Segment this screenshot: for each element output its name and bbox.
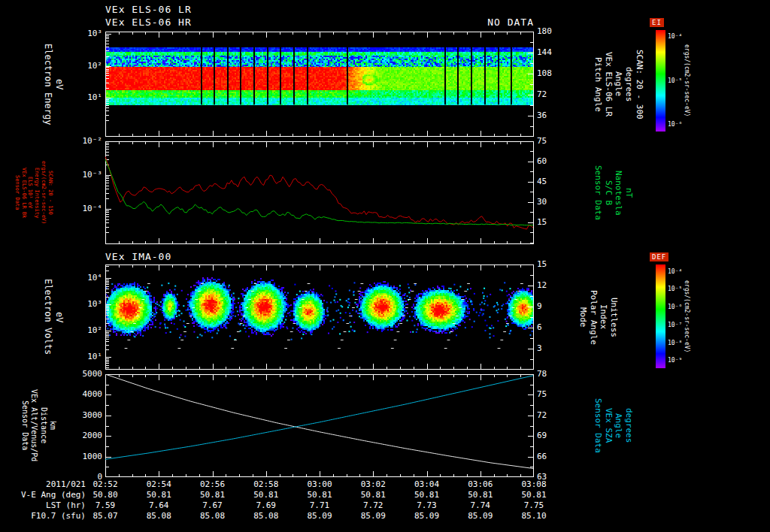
altitude-sza-panel: [105, 374, 534, 477]
colorbar-def-tick-label: 10⁻⁶: [668, 304, 682, 310]
p4-y-axis-label-line: Distance: [38, 374, 48, 477]
time-tick-label: 02:56: [194, 479, 232, 489]
p4-left-tick-label: 4000: [65, 390, 102, 399]
table-cell: 7.73: [408, 500, 446, 510]
p2-left-tick-label: 10⁻⁴: [65, 204, 102, 213]
table-cell: 85.09: [354, 511, 392, 521]
p3-right-axis-label-line: Index: [599, 264, 609, 370]
p3-left-tick-label: 10⁴: [65, 274, 102, 283]
table-cell: 85.09: [462, 511, 499, 521]
p2-y-axis-label-line: VEx ELS-06 LR Bk: [20, 141, 27, 244]
p1-right-tick-label: 72: [537, 90, 547, 99]
p1-y-axis-label-line: eV: [53, 32, 65, 137]
p1-right-axis-label: Pitch AngleVEx ELS-06 LRAngledegreesSCAN…: [593, 32, 644, 137]
table-cell: 7.59: [86, 500, 124, 510]
els-pitch-spectrogram-panel: [105, 32, 534, 137]
panel3-title: VEx IMA-00: [105, 251, 171, 262]
time-tick-label: 02:52: [86, 479, 124, 489]
p1-right-axis-label-line: Pitch Angle: [593, 32, 603, 137]
p4-right-tick-label: 72: [537, 411, 547, 420]
p1-right-axis-label-line: SCAN: 20 - 300: [634, 32, 644, 137]
colorbar-def-tick-label: 10⁻⁴: [668, 268, 682, 275]
table-cell: 50.81: [354, 490, 392, 500]
colorbar-ei-tick-label: 10⁻⁴: [668, 33, 682, 40]
p4-left-tick-label: 5000: [65, 370, 102, 379]
table-cell: 7.72: [354, 500, 392, 510]
p2-right-tick-label: 60: [537, 157, 547, 166]
p2-right-axis-label-line: Sensor Data: [593, 141, 603, 244]
p3-left-tick-label: 10¹: [65, 352, 102, 361]
time-tick-label: 03:02: [354, 479, 392, 489]
colorbar-ei: [656, 30, 665, 131]
table-cell: 7.71: [301, 500, 338, 510]
time-tick-label: 03:00: [301, 479, 338, 489]
p3-y-axis-label: Electron VoltseV: [42, 264, 65, 370]
p2-y-axis-label-line: SCAN: 20 - 150: [47, 141, 53, 244]
p4-right-tick-label: 66: [537, 452, 547, 461]
colorbar-ei-tick-label: 10⁻⁶: [668, 121, 682, 128]
table-row-label: V-E Ang (deg): [2, 490, 86, 500]
no-data-label: NO DATA: [421, 17, 534, 28]
vex-quicklook-plot-page: VEx ELS-06 LR VEx ELS-06 HR NO DATA VEx …: [0, 0, 770, 532]
p4-left-tick-label: 3000: [65, 411, 102, 420]
p4-right-axis-label-line: VEx SZA: [603, 374, 614, 477]
p2-y-axis-label-line: Energy Intensity: [33, 141, 40, 244]
table-cell: 85.08: [140, 511, 177, 521]
table-cell: 7.67: [194, 500, 232, 510]
p1-right-axis-label-line: VEx ELS-06 LR: [603, 32, 614, 137]
p1-y-axis-label-line: Electron Energy: [42, 32, 53, 137]
p4-y-axis-label-line: km: [48, 374, 58, 477]
p2-left-tick-label: 10⁻²: [65, 137, 102, 146]
p4-right-axis-label-line: Sensor Data: [593, 374, 603, 477]
table-cell: 50.81: [515, 490, 553, 500]
p4-left-tick-label: 2000: [65, 431, 102, 440]
ima-spectrogram-panel: [105, 264, 534, 370]
colorbar-def-tick-label: 10⁻⁷: [668, 322, 682, 328]
p1-right-tick-label: 144: [537, 48, 552, 57]
p2-y-axis-label-line: ergs/(cm2-sr-sec-eV): [40, 141, 47, 244]
p1-right-tick-label: 180: [537, 27, 552, 36]
table-cell: 85.08: [247, 511, 285, 521]
p3-left-tick-label: 10²: [65, 326, 102, 335]
table-cell: 50.81: [247, 490, 285, 500]
p3-right-tick-label: 15: [537, 260, 547, 269]
p3-right-axis-label-line: Unitless: [608, 264, 619, 370]
table-cell: 85.09: [408, 511, 446, 521]
p1-right-axis-label-line: Angle: [614, 32, 624, 137]
table-cell: 50.81: [194, 490, 232, 500]
table-cell: 7.74: [462, 500, 499, 510]
table-cell: 7.75: [515, 500, 553, 510]
p2-right-axis-label-line: nT: [623, 141, 634, 244]
p4-right-tick-label: 69: [537, 431, 547, 440]
els-intensity-bfield-panel: [105, 141, 534, 244]
colorbar-ei-units: ergs/(cm2-sr-sec-eV): [683, 30, 690, 131]
p2-right-tick-label: 75: [537, 137, 547, 146]
p3-right-axis-label: ModePolar AngleIndexUnitless: [578, 264, 619, 370]
p4-y-axis-label-line: Sensor Data: [20, 374, 29, 477]
p4-right-tick-label: 75: [537, 390, 547, 399]
p3-left-tick-label: 10³: [65, 300, 102, 309]
p4-y-axis-label-line: VEx Alt/Venus/Pd: [29, 374, 39, 477]
p2-right-tick-label: 30: [537, 198, 547, 207]
p1-y-axis-label: Electron EnergyeV: [42, 32, 65, 137]
table-cell: 50.81: [301, 490, 338, 500]
p4-left-tick-label: 1000: [65, 452, 102, 461]
p1-left-tick-label: 10³: [65, 29, 102, 38]
colorbar-def: [656, 264, 665, 368]
colorbar-def-tick-label: 10⁻⁹: [668, 357, 682, 364]
p4-right-axis-label-line: Angle: [614, 374, 624, 477]
p1-left-tick-label: 10¹: [65, 93, 102, 102]
table-cell: 50.81: [140, 490, 177, 500]
p2-right-axis-label: Sensor DataS/C BNanoteslanT: [593, 141, 634, 244]
p2-left-tick-label: 10⁻³: [65, 171, 102, 180]
colorbar-def-units-line: ergs/(cm2-sr-sec-eV): [683, 264, 690, 368]
p3-right-tick-label: 3: [537, 344, 542, 353]
p3-right-tick-label: 12: [537, 281, 547, 290]
p4-right-axis-label: Sensor DataVEx SZAAngledegrees: [593, 374, 634, 477]
table-cell: 50.80: [86, 490, 124, 500]
table-cell: 85.07: [86, 511, 124, 521]
panel1-title-hr: VEx ELS-06 HR: [105, 17, 192, 28]
p3-right-axis-label-line: Mode: [578, 264, 588, 370]
table-cell: 50.81: [462, 490, 499, 500]
p2-y-axis-label-line: ELS 10¹ eV: [27, 141, 34, 244]
